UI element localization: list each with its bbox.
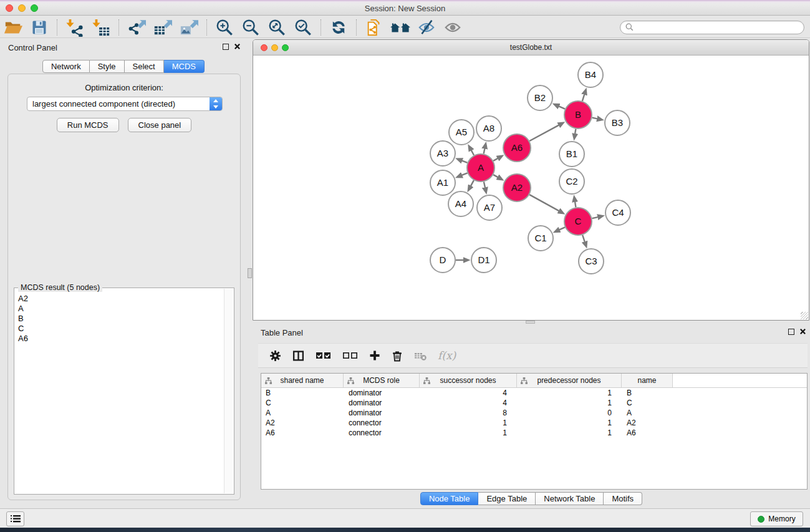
cell-mcds-role[interactable]: connector <box>344 428 420 437</box>
graph-node-B3[interactable]: B3 <box>605 110 630 135</box>
graph-edge-B-B2[interactable] <box>559 106 565 109</box>
show-column-panel-button[interactable] <box>292 348 304 363</box>
export-image-button[interactable] <box>178 18 200 37</box>
mcds-result-item[interactable]: A2 <box>17 294 221 304</box>
graph-node-B4[interactable]: B4 <box>578 62 603 87</box>
graph-node-B[interactable]: B <box>564 101 592 128</box>
graph-edge-C-C2[interactable] <box>575 202 576 208</box>
graph-node-A4[interactable]: A4 <box>448 191 473 216</box>
tab-motifs[interactable]: Motifs <box>604 492 642 505</box>
cell-name[interactable]: C <box>622 399 673 407</box>
close-panel-button[interactable]: Close panel <box>128 118 192 132</box>
refresh-view-button[interactable] <box>328 18 349 37</box>
cell-successor-nodes[interactable]: 8 <box>420 409 517 417</box>
graph-edge-B-B1[interactable] <box>575 129 576 134</box>
cell-successor-nodes[interactable]: 4 <box>420 389 517 397</box>
zoom-in-button[interactable] <box>214 18 235 37</box>
table-row[interactable]: Bdominator41B <box>261 388 807 398</box>
vertical-split-handle[interactable] <box>248 268 252 278</box>
delete-row-button[interactable] <box>392 348 403 363</box>
cell-name[interactable]: A2 <box>622 418 673 427</box>
show-all-button[interactable] <box>442 18 463 37</box>
import-network-button[interactable] <box>64 18 85 37</box>
cell-predecessor-nodes[interactable]: 1 <box>517 428 622 437</box>
new-network-from-selection-button[interactable] <box>364 18 385 37</box>
dropdown-stepper-icon[interactable] <box>210 97 222 110</box>
tab-select[interactable]: Select <box>125 60 164 73</box>
cell-successor-nodes[interactable]: 1 <box>420 428 517 437</box>
tab-network-table[interactable]: Network Table <box>536 492 604 505</box>
tab-mcds[interactable]: MCDS <box>164 60 205 73</box>
graph-edge-C-C4[interactable] <box>592 217 597 218</box>
cell-shared-name[interactable]: C <box>261 399 344 407</box>
zoom-fit-button[interactable] <box>266 18 287 37</box>
cell-successor-nodes[interactable]: 1 <box>420 418 517 427</box>
graph-node-C3[interactable]: C3 <box>579 249 604 274</box>
tab-node-table[interactable]: Node Table <box>420 492 479 505</box>
cell-shared-name[interactable]: B <box>261 389 344 397</box>
cell-shared-name[interactable]: A <box>261 409 344 417</box>
table-row[interactable]: A6connector11A6 <box>261 428 807 438</box>
select-all-columns-button[interactable] <box>316 348 331 363</box>
table-row[interactable]: Adominator80A <box>261 408 807 418</box>
graph-node-C4[interactable]: C4 <box>605 200 630 225</box>
search-input[interactable] <box>637 23 799 32</box>
graph-edge-A6-B[interactable] <box>529 125 559 141</box>
cell-mcds-role[interactable]: dominator <box>344 399 420 407</box>
cell-mcds-role[interactable]: connector <box>344 418 420 427</box>
graph-node-C1[interactable]: C1 <box>528 226 553 251</box>
table-row[interactable]: Cdominator41C <box>261 398 807 408</box>
table-settings-button[interactable] <box>269 348 281 363</box>
cell-successor-nodes[interactable]: 4 <box>420 399 517 407</box>
open-session-button[interactable] <box>2 18 24 37</box>
graph-edge-A-A1[interactable] <box>462 173 468 175</box>
graph-node-C2[interactable]: C2 <box>559 169 584 194</box>
graph-node-A3[interactable]: A3 <box>430 141 455 166</box>
mcds-result-item[interactable]: C <box>17 324 221 334</box>
tab-network[interactable]: Network <box>42 60 90 73</box>
cell-predecessor-nodes[interactable]: 1 <box>517 418 622 427</box>
graph-node-D1[interactable]: D1 <box>471 248 496 273</box>
graph-edge-A-A7[interactable] <box>484 181 485 187</box>
import-table-button[interactable] <box>90 18 112 37</box>
graph-edge-A-A2[interactable] <box>493 175 498 177</box>
graph-node-A2[interactable]: A2 <box>503 174 531 201</box>
float-panel-icon[interactable] <box>788 329 794 335</box>
graph-node-A[interactable]: A <box>467 154 494 181</box>
graph-edge-A-A4[interactable] <box>471 180 474 186</box>
column-header-predecessor-nodes[interactable]: predecessor nodes <box>517 374 622 387</box>
tab-style[interactable]: Style <box>90 60 125 73</box>
function-builder-button[interactable]: f(x) <box>438 348 456 363</box>
graph-edge-A-A3[interactable] <box>462 161 468 163</box>
criterion-dropdown[interactable]: largest connected component (directed) <box>27 97 223 111</box>
cell-predecessor-nodes[interactable]: 0 <box>517 409 622 417</box>
cell-mcds-role[interactable]: dominator <box>344 409 420 417</box>
graph-edge-C-C1[interactable] <box>559 227 565 230</box>
window-resize-grip[interactable] <box>801 312 808 319</box>
memory-button[interactable]: Memory <box>750 511 803 526</box>
scrollbar-track[interactable] <box>224 289 233 493</box>
graph-node-A5[interactable]: A5 <box>449 120 474 145</box>
cell-predecessor-nodes[interactable]: 1 <box>517 389 622 397</box>
graph-edge-B-B3[interactable] <box>592 118 597 119</box>
first-neighbors-button[interactable] <box>390 18 411 37</box>
horizontal-split-handle[interactable] <box>526 321 535 324</box>
cell-mcds-role[interactable]: dominator <box>344 389 420 397</box>
graph-node-A6[interactable]: A6 <box>503 134 531 162</box>
column-header-shared-name[interactable]: shared name <box>261 374 344 387</box>
mcds-result-item[interactable]: A6 <box>17 334 221 344</box>
column-header-name[interactable]: name <box>622 374 673 387</box>
graph-edge-A2-C[interactable] <box>529 195 559 211</box>
zoom-selected-button[interactable] <box>292 18 314 37</box>
graph-edge-A-A8[interactable] <box>484 148 485 153</box>
graph-edge-A-A6[interactable] <box>493 158 498 161</box>
search-box[interactable] <box>620 21 804 34</box>
network-canvas[interactable]: B4B2BB3A5A8A6A3B1AA1C2A2A4A7C4CC1C3DD1 <box>253 56 809 320</box>
cell-name[interactable]: B <box>622 389 673 397</box>
network-window-titlebar[interactable]: testGlobe.txt <box>253 40 809 56</box>
graph-node-B2[interactable]: B2 <box>528 85 552 110</box>
graph-node-B1[interactable]: B1 <box>559 142 584 167</box>
graph-edge-A-A5[interactable] <box>471 150 474 155</box>
export-network-button[interactable] <box>126 18 147 37</box>
cell-predecessor-nodes[interactable]: 1 <box>517 399 622 407</box>
